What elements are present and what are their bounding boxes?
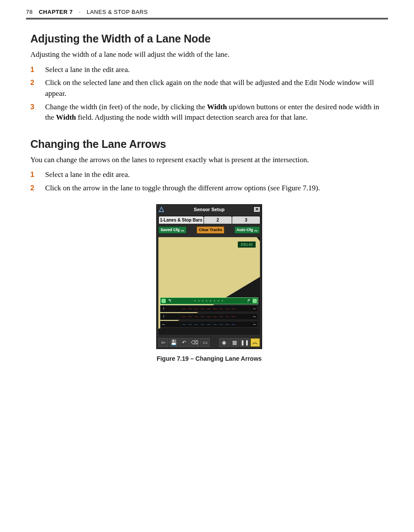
window-titlebar: Sensor Setup ✕	[157, 205, 262, 214]
step-1: Select a lane in the edit area.	[30, 65, 388, 75]
sensor-badge: EB140	[238, 242, 256, 248]
chevron-up-icon: ︽	[254, 228, 258, 232]
auto-cfg-label: Auto Cfg	[237, 228, 253, 232]
clear-tracks-button[interactable]: Clear Tracks	[197, 226, 224, 234]
page-number: 78	[26, 9, 33, 15]
lane-arrow[interactable]: ←	[252, 314, 258, 319]
tab-3[interactable]: 3	[232, 216, 260, 224]
lane-arrow[interactable]: ↰	[167, 298, 173, 303]
step-b2: Click on the arrow in the lane to toggle…	[30, 183, 388, 194]
lane-row-4[interactable]: ← — — — — — — — — — ←	[160, 321, 258, 328]
chapter-label: CHAPTER 7	[39, 9, 72, 15]
steps-adjust-width: Select a lane in the edit area. Click on…	[30, 65, 388, 123]
tab-2[interactable]: 2	[204, 216, 232, 224]
lane-block: ↰ ▪ ▪ ▪ ▪ ▪ ▪ ▪ ▪ ↱ ↑ — — — — — — — — — …	[160, 297, 258, 330]
save-button[interactable]: 💾	[169, 338, 178, 347]
auto-cfg-button[interactable]: Auto Cfg ︽	[234, 226, 260, 234]
separator-icon: ▫	[79, 10, 81, 15]
app-icon	[158, 206, 165, 213]
tab-lanes-stopbars[interactable]: 1-Lanes & Stop Bars	[158, 216, 204, 224]
lane-arrow[interactable]: ↑	[161, 306, 167, 311]
lane-track: — — — — — — — — —	[167, 322, 252, 326]
tab-strip: 1-Lanes & Stop Bars 2 3	[157, 214, 262, 224]
steps-change-arrows: Select a lane in the edit area. Click on…	[30, 170, 388, 193]
view-button[interactable]: ◉	[219, 338, 229, 347]
lane-track: ▪ ▪ ▪ ▪ ▪ ▪ ▪ ▪	[173, 299, 246, 303]
heading-adjust-width: Adjusting the Width of a Lane Node	[30, 33, 388, 45]
saved-cfg-button[interactable]: Saved Cfg ︽	[158, 226, 187, 234]
lane-arrow[interactable]: ←	[252, 322, 258, 326]
heading-change-arrows: Changing the Lane Arrows	[30, 138, 388, 150]
collapse-button[interactable]: ︽	[250, 338, 260, 347]
erase-button[interactable]: ⌫	[190, 338, 199, 347]
lane-row-2[interactable]: ↑ — — — — — — — — — ←	[160, 305, 258, 312]
header-rule	[26, 18, 388, 20]
step-3: Change the width (in feet) of the node, …	[30, 102, 388, 123]
step-3-text-d: field. Adjusting the node width will imp…	[76, 113, 308, 121]
lane-arrow[interactable]: ↑	[161, 314, 167, 319]
grid-button[interactable]: ▦	[230, 338, 239, 347]
intro-adjust-width: Adjusting the width of a lane node will …	[30, 49, 388, 60]
lane-node-right[interactable]	[253, 299, 257, 303]
lane-track: — — — — — — — — —	[167, 307, 252, 310]
back-button[interactable]: ⇦	[158, 338, 168, 347]
step-3-bold-1: Width	[207, 103, 227, 111]
pause-button[interactable]: ❚❚	[240, 338, 250, 347]
lane-track: — — — — — — — — —	[167, 314, 252, 318]
lane-node-left[interactable]	[161, 299, 166, 303]
bottom-toolbar: ⇦ 💾 ↶ ⌫ ▭ ◉ ▦ ❚❚ ︽	[157, 336, 262, 349]
intro-change-arrows: You can change the arrows on the lanes t…	[30, 155, 388, 166]
window-title: Sensor Setup	[167, 207, 252, 212]
sensor-setup-window: Sensor Setup ✕ 1-Lanes & Stop Bars 2 3 S…	[156, 204, 262, 349]
saved-cfg-label: Saved Cfg	[161, 228, 180, 232]
step-2: Click on the selected lane and then clic…	[30, 78, 388, 99]
panel-body: Saved Cfg ︽ Clear Tracks Auto Cfg ︽ EB14…	[157, 224, 262, 336]
running-header: 78 CHAPTER 7 ▫ LANES & STOP BARS	[26, 9, 388, 15]
sensor-viewport[interactable]: EB140 ↰ ▪ ▪ ▪ ▪ ▪ ▪ ▪ ▪ ↱ ↑ — — — — — — …	[158, 237, 260, 335]
lane-row-1[interactable]: ↰ ▪ ▪ ▪ ▪ ▪ ▪ ▪ ▪ ↱	[160, 297, 258, 304]
button-row: Saved Cfg ︽ Clear Tracks Auto Cfg ︽	[158, 226, 260, 234]
step-3-bold-2: Width	[56, 113, 76, 121]
step-b1: Select a lane in the edit area.	[30, 170, 388, 180]
lane-row-3[interactable]: ↑ — — — — — — — — — ←	[160, 313, 258, 320]
undo-button[interactable]: ↶	[179, 338, 189, 347]
lane-arrow[interactable]: ↱	[246, 298, 252, 303]
lane-arrow[interactable]: ←	[161, 322, 167, 326]
step-3-text-a: Change the width (in feet) of the node, …	[45, 103, 207, 111]
close-button[interactable]: ✕	[253, 206, 260, 212]
chapter-title: LANES & STOP BARS	[87, 9, 148, 15]
lane-arrow[interactable]: ←	[252, 306, 258, 311]
figure-caption: Figure 7.19 – Changing Lane Arrows	[30, 355, 388, 362]
folder-button[interactable]: ▭	[200, 338, 210, 347]
figure-7-19: Sensor Setup ✕ 1-Lanes & Stop Bars 2 3 S…	[30, 204, 388, 362]
chevron-up-icon: ︽	[181, 228, 184, 232]
